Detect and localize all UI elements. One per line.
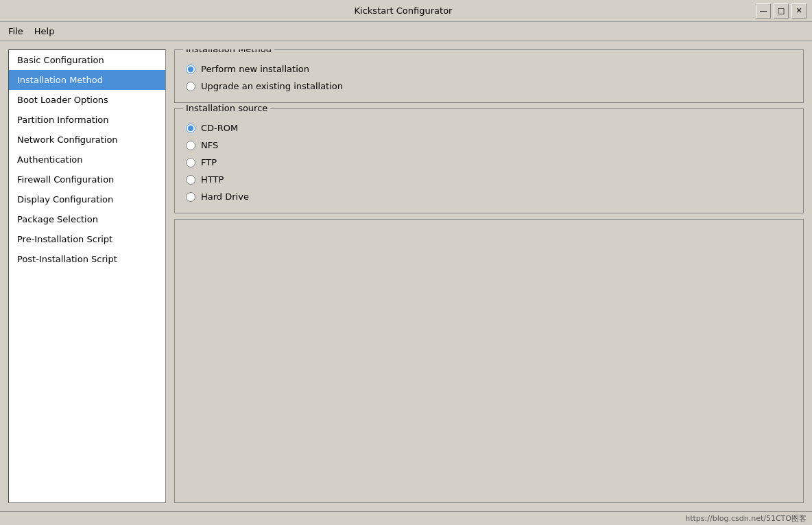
sidebar-item-firewall-configuration[interactable]: Firewall Configuration bbox=[9, 170, 165, 189]
menu-file[interactable]: File bbox=[3, 24, 29, 38]
sidebar-item-display-configuration[interactable]: Display Configuration bbox=[9, 189, 165, 209]
sidebar-item-basic-configuration[interactable]: Basic Configuration bbox=[9, 50, 165, 70]
radio-ftp-input[interactable] bbox=[186, 158, 195, 167]
radio-perform-new-label: Perform new installation bbox=[201, 64, 309, 74]
sidebar-item-authentication[interactable]: Authentication bbox=[9, 150, 165, 170]
installation-method-group: Installation Method Perform new installa… bbox=[174, 49, 804, 103]
menu-bar: File Help bbox=[0, 22, 812, 41]
main-panel: Installation Method Perform new installa… bbox=[174, 49, 804, 503]
minimize-button[interactable]: — bbox=[756, 3, 771, 19]
radio-ftp-label: FTP bbox=[201, 157, 217, 167]
sidebar: Basic Configuration Installation Method … bbox=[8, 49, 166, 503]
window-controls: — □ ✕ bbox=[756, 3, 807, 19]
radio-http-label: HTTP bbox=[201, 174, 224, 185]
radio-hard-drive-label: Hard Drive bbox=[201, 191, 249, 202]
window-title: Kickstart Configurator bbox=[51, 5, 756, 16]
installation-method-radio-group: Perform new installation Upgrade an exis… bbox=[186, 61, 792, 91]
radio-upgrade-existing-input[interactable] bbox=[186, 82, 195, 91]
radio-upgrade-existing-label: Upgrade an existing installation bbox=[201, 81, 343, 91]
sidebar-item-network-configuration[interactable]: Network Configuration bbox=[9, 130, 165, 150]
installation-source-group: Installation source CD-ROM NFS FTP bbox=[174, 108, 804, 213]
sidebar-item-post-installation-script[interactable]: Post-Installation Script bbox=[9, 249, 165, 269]
radio-ftp[interactable]: FTP bbox=[186, 157, 792, 167]
radio-http-input[interactable] bbox=[186, 175, 195, 185]
installation-source-radio-group: CD-ROM NFS FTP HTTP bbox=[186, 120, 792, 202]
radio-perform-new-input[interactable] bbox=[186, 65, 195, 74]
sidebar-item-pre-installation-script[interactable]: Pre-Installation Script bbox=[9, 229, 165, 249]
installation-method-group-title: Installation Method bbox=[183, 49, 274, 54]
status-text: https://blog.csdn.net/51CTO图客 bbox=[685, 513, 807, 524]
close-button[interactable]: ✕ bbox=[791, 3, 807, 19]
radio-http[interactable]: HTTP bbox=[186, 174, 792, 185]
radio-nfs[interactable]: NFS bbox=[186, 140, 792, 150]
radio-cdrom[interactable]: CD-ROM bbox=[186, 123, 792, 133]
sidebar-item-boot-loader-options[interactable]: Boot Loader Options bbox=[9, 90, 165, 110]
main-window: Kickstart Configurator — □ ✕ File Help B… bbox=[0, 0, 812, 525]
menu-help[interactable]: Help bbox=[29, 24, 60, 38]
title-bar: Kickstart Configurator — □ ✕ bbox=[0, 0, 812, 22]
sidebar-item-package-selection[interactable]: Package Selection bbox=[9, 209, 165, 229]
sidebar-item-installation-method[interactable]: Installation Method bbox=[9, 70, 165, 90]
sidebar-item-partition-information[interactable]: Partition Information bbox=[9, 110, 165, 130]
radio-cdrom-input[interactable] bbox=[186, 124, 195, 133]
maximize-button[interactable]: □ bbox=[774, 3, 789, 19]
radio-hard-drive[interactable]: Hard Drive bbox=[186, 191, 792, 202]
bottom-panel bbox=[174, 219, 804, 503]
radio-cdrom-label: CD-ROM bbox=[201, 123, 238, 133]
radio-upgrade-existing[interactable]: Upgrade an existing installation bbox=[186, 81, 792, 91]
radio-nfs-input[interactable] bbox=[186, 141, 195, 150]
radio-nfs-label: NFS bbox=[201, 140, 218, 150]
installation-source-group-title: Installation source bbox=[183, 103, 270, 113]
status-bar: https://blog.csdn.net/51CTO图客 bbox=[0, 511, 812, 525]
radio-hard-drive-input[interactable] bbox=[186, 192, 195, 202]
content-area: Basic Configuration Installation Method … bbox=[0, 41, 812, 511]
radio-perform-new[interactable]: Perform new installation bbox=[186, 64, 792, 74]
